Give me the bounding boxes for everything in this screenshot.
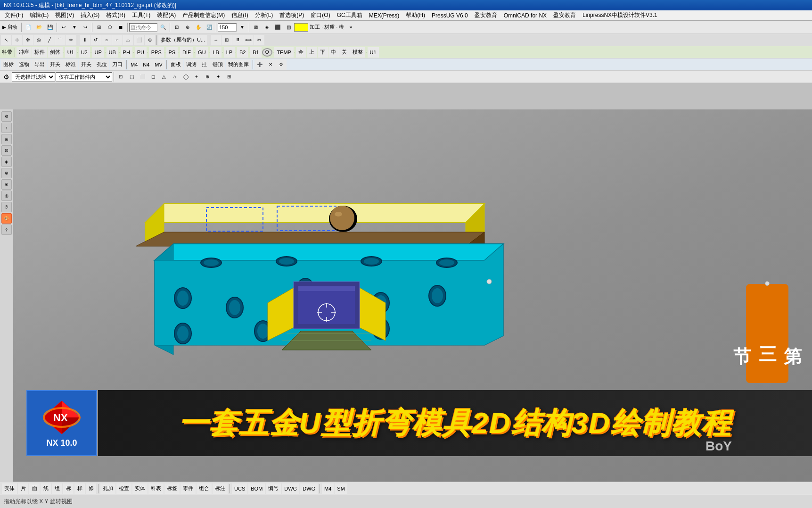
menu-insert[interactable]: 插入(S): [78, 10, 102, 20]
wireframe-btn[interactable]: ⬡: [105, 22, 115, 33]
bianhao-btn[interactable]: 编号: [266, 483, 281, 494]
ps-btn[interactable]: PS: [166, 47, 178, 58]
search-input[interactable]: [129, 23, 157, 32]
sidebar-icon-3[interactable]: ⊞: [1, 134, 12, 144]
new-button[interactable]: 📄: [23, 22, 33, 33]
menu-file[interactable]: 文件(F): [2, 10, 26, 20]
menu-gc[interactable]: GC工具箱: [334, 10, 365, 20]
filter-opt4[interactable]: ◻: [148, 72, 158, 82]
menu-view[interactable]: 视图(V): [52, 10, 77, 20]
tuge-btn[interactable]: 图标: [1, 59, 16, 70]
menu-analysis[interactable]: 分析(L): [252, 10, 276, 20]
sheet-btn[interactable]: 片: [18, 483, 28, 494]
menu-help[interactable]: 帮助(H): [403, 10, 428, 20]
filter-opt6[interactable]: ⌂: [170, 72, 180, 82]
jiancha-btn[interactable]: 检查: [116, 483, 131, 494]
zoom-btn[interactable]: ⊕: [182, 22, 193, 33]
filter-opt7[interactable]: ◯: [180, 72, 191, 82]
u1b-btn[interactable]: U1: [368, 47, 379, 58]
face-btn[interactable]: 面: [29, 483, 40, 494]
undo-dropdown[interactable]: ▼: [69, 22, 80, 33]
boolean-btn[interactable]: ⊕: [145, 35, 155, 45]
n4-btn[interactable]: N4: [140, 59, 152, 70]
zhuhe-btn[interactable]: 组合: [197, 483, 212, 494]
line-sel-btn[interactable]: 线: [41, 483, 51, 494]
ucs-btn[interactable]: UCS: [232, 483, 247, 494]
redo-button[interactable]: ↪: [80, 22, 90, 33]
trim-btn[interactable]: ✂: [254, 35, 264, 45]
add-btn[interactable]: ➕: [254, 59, 265, 70]
tiaocuo-btn[interactable]: 调测: [184, 59, 199, 70]
menu-yingan1[interactable]: 盈安教育: [472, 10, 500, 20]
menu-yingan2[interactable]: 盈安教育: [550, 10, 579, 20]
solid-btn[interactable]: 实体: [2, 483, 17, 494]
kebiao-btn[interactable]: 料表: [148, 483, 164, 494]
main-viewport[interactable]: 第 三 节 NX NX 10.0 一套五金U型折弯模具2D结构3D绘制教程 Bo…: [13, 109, 812, 482]
rotate-btn[interactable]: 🔄: [204, 22, 214, 33]
display-btn[interactable]: ⬛: [272, 22, 283, 33]
pu-btn[interactable]: PU: [135, 47, 147, 58]
filter-opt8[interactable]: +: [191, 72, 202, 82]
biaozhun-btn[interactable]: 标准: [63, 59, 78, 70]
color-box[interactable]: [294, 23, 308, 32]
jin-btn[interactable]: 金: [296, 47, 306, 58]
save-button[interactable]: 💾: [45, 22, 55, 33]
lp-btn[interactable]: LP: [224, 47, 235, 58]
o-btn[interactable]: O: [262, 48, 272, 57]
sidebar-icon-7[interactable]: ⊗: [1, 179, 12, 190]
pattern-btn[interactable]: ⠿: [232, 35, 243, 45]
hole-btn[interactable]: ○: [101, 35, 112, 45]
jianding-btn[interactable]: 键顶: [210, 59, 225, 70]
sidebar-icon-6[interactable]: ⊕: [1, 168, 12, 178]
sidebar-icon-1[interactable]: ⚙: [1, 111, 12, 122]
gu-btn[interactable]: GU: [196, 47, 208, 58]
start-button[interactable]: ▶启动: [1, 22, 20, 33]
m4c-btn[interactable]: M4: [322, 483, 334, 494]
point-btn[interactable]: ◎: [33, 35, 44, 45]
select-tool[interactable]: ↖: [1, 35, 11, 45]
menu-pmi[interactable]: 产品制造信息(M): [180, 10, 228, 20]
strip-btn[interactable]: 條: [86, 483, 96, 494]
sidebar-icon-11[interactable]: ⊹: [1, 225, 12, 235]
b2-btn[interactable]: B2: [237, 47, 248, 58]
kaiguan2-btn[interactable]: 开关: [79, 59, 94, 70]
filter-opt3[interactable]: ⬜: [137, 72, 148, 82]
zoom-dropdown[interactable]: ▼: [237, 22, 247, 33]
select-obj[interactable]: ⊹: [12, 35, 22, 45]
u1-btn[interactable]: U1: [65, 47, 76, 58]
filter-opt1[interactable]: ⊡: [115, 72, 126, 82]
sidebar-icon-10[interactable]: 🎨: [1, 213, 12, 224]
sidebar-icon-4[interactable]: ⊡: [1, 145, 12, 156]
sidebar-icon-5[interactable]: ◈: [1, 157, 12, 167]
shaded-btn[interactable]: ◼: [115, 22, 126, 33]
temp-btn[interactable]: TEMP: [274, 47, 294, 58]
line-btn[interactable]: ╱: [44, 35, 55, 45]
menu-mex[interactable]: MEX(Press): [366, 11, 402, 20]
del-btn[interactable]: ✕: [265, 59, 276, 70]
constrain-btn[interactable]: ⊞: [221, 35, 232, 45]
more-right-btn[interactable]: »: [345, 22, 356, 33]
daochu-btn[interactable]: 导出: [32, 59, 47, 70]
sm-btn[interactable]: SM: [335, 483, 347, 494]
dim-btn[interactable]: ↔: [211, 35, 221, 45]
sketch-btn[interactable]: ✏: [66, 35, 76, 45]
gua-btn[interactable]: 挂: [199, 59, 210, 70]
kongwei-btn[interactable]: 孔位: [94, 59, 109, 70]
sidebar-icon-2[interactable]: ↕: [1, 123, 12, 133]
menu-format[interactable]: 格式(R): [103, 10, 128, 20]
zhong-btn[interactable]: 中: [328, 47, 339, 58]
filter-opt2[interactable]: ⬚: [126, 72, 137, 82]
settings-btn[interactable]: ⚙: [276, 59, 287, 70]
sample-btn[interactable]: 样: [74, 483, 85, 494]
dwg2-btn[interactable]: DWG: [300, 483, 318, 494]
view-mode-btn[interactable]: ⊞: [94, 22, 104, 33]
bom-btn[interactable]: BOM: [248, 483, 265, 494]
menu-edit[interactable]: 编辑(E): [27, 10, 51, 20]
fit-window-btn[interactable]: ⊡: [172, 22, 182, 33]
xia-btn[interactable]: 下: [318, 47, 328, 58]
b1-btn[interactable]: B1: [250, 47, 261, 58]
sidebar-icon-9[interactable]: ⏱: [1, 202, 12, 212]
lingjian-btn[interactable]: 零件: [180, 483, 196, 494]
snap-btn[interactable]: ⊠: [251, 22, 261, 33]
up-btn[interactable]: UP: [92, 47, 104, 58]
